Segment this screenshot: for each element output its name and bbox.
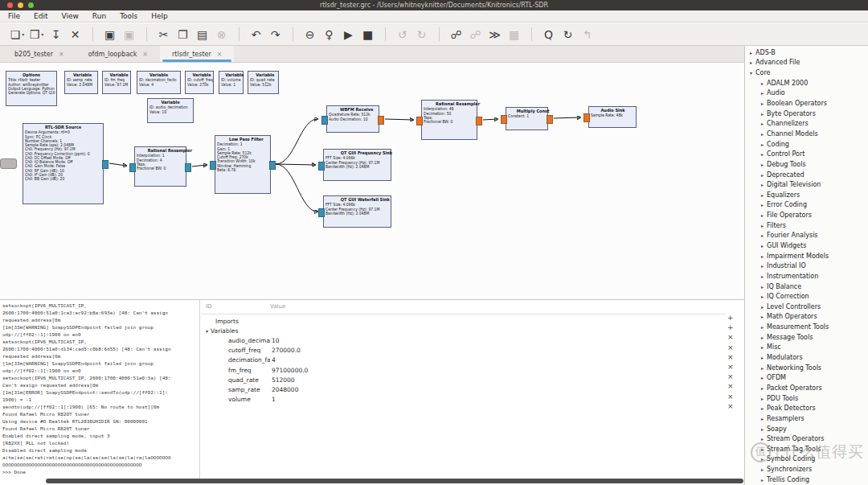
tab-close-icon[interactable]: ×	[142, 51, 148, 58]
remove-row-button[interactable]: ×	[727, 362, 734, 372]
new-flowgraph-button[interactable]: ❏	[8, 26, 27, 43]
block-tree-item[interactable]: OFDM	[745, 373, 868, 384]
flowgraph-tab[interactable]: rtlsdr_tester ×	[160, 46, 234, 62]
port-out-complex[interactable]	[102, 160, 108, 169]
block-tree-item[interactable]: Error Coding	[745, 200, 868, 211]
tab-close-icon[interactable]: ×	[217, 51, 223, 58]
block-variable-samp-rate[interactable]: Variable ID: samp_rateValue: 2.048M	[64, 71, 98, 94]
block-tree-item[interactable]: Math Operators	[745, 312, 868, 323]
block-tree-item[interactable]: Soapy	[745, 424, 868, 434]
block-tree-item[interactable]: Equalizers	[745, 190, 868, 200]
block-tree-item[interactable]: Level Controllers	[745, 302, 868, 312]
block-rational-resampler-2[interactable]: Rational Resampler Interpolation: 48Deci…	[421, 100, 477, 140]
block-tree-item[interactable]: Audio	[745, 88, 868, 99]
block-tree-item[interactable]: Channel Models	[745, 129, 868, 139]
block-multiply-const[interactable]: Multiply Const Constant: 1	[506, 107, 548, 130]
block-tree-item[interactable]: Synchronizers	[745, 464, 868, 475]
variable-value[interactable]: 1	[270, 396, 276, 403]
variable-value[interactable]: 10	[270, 337, 280, 344]
menu-item[interactable]: Run	[92, 12, 106, 20]
block-tree-item[interactable]: Control Port	[745, 149, 868, 159]
remove-row-button[interactable]: ×	[727, 332, 734, 342]
block-low-pass-filter[interactable]: Low Pass Filter Decimation: 1Gain: 1Samp…	[215, 135, 271, 194]
reload-blocks-button[interactable]: ↻	[559, 26, 577, 43]
block-qt-gui-frequency-sink[interactable]: QT GUI Frequency Sink FFT Size: 4.096kCe…	[323, 149, 391, 181]
block-variable-volume[interactable]: Variable ID: volumeValue: 1	[219, 71, 244, 94]
redo-button[interactable]: ↷	[266, 26, 285, 43]
block-tree-item[interactable]: Misc	[745, 343, 868, 353]
menu-item[interactable]: Help	[151, 12, 168, 20]
port-in-float[interactable]	[583, 113, 590, 122]
remove-row-button[interactable]: ×	[727, 372, 734, 381]
copy-button[interactable]: ❐	[174, 26, 192, 43]
variable-row[interactable]: decimation_fa 4	[201, 356, 726, 365]
block-tree-item[interactable]: Filters	[745, 220, 868, 231]
block-tree-item[interactable]: Channelizers	[745, 118, 868, 129]
block-tree-item[interactable]: Debug Tools	[745, 159, 868, 170]
port-out-complex[interactable]	[269, 161, 276, 170]
screen-capture-alt-button[interactable]: ▣	[120, 26, 138, 43]
remove-row-button[interactable]: ×	[727, 392, 734, 401]
cut-button[interactable]: ✂	[154, 26, 173, 43]
block-tree-item[interactable]: Instrumentation	[745, 271, 868, 282]
block-tree-item[interactable]: ADALM 2000	[745, 78, 868, 88]
toggle-hier-button[interactable]: ☍	[447, 26, 465, 43]
panel-divider[interactable]	[199, 300, 200, 479]
block-tree-item[interactable]: Digital Television	[745, 179, 868, 190]
remove-row-button[interactable]: ×	[727, 343, 734, 352]
block-tree-item[interactable]: Boolean Operators	[745, 98, 868, 109]
variable-row[interactable]: cutoff_freq 270000.0	[201, 346, 726, 356]
variables-group[interactable]: ▾ Variables	[201, 326, 726, 335]
block-tree-item[interactable]: Packet Operators	[745, 383, 868, 393]
port-out-float[interactable]	[547, 115, 553, 124]
console-log[interactable]: setsockopt(IPV6_MULTICAST_IP,2600:1700:4…	[2, 302, 198, 478]
flowgraph-canvas[interactable]: Options Title: rtlsdr_testerAuthor: whit…	[0, 63, 744, 299]
block-tree-item[interactable]: Deprecated	[745, 170, 868, 180]
port-in-complex[interactable]	[321, 116, 328, 125]
variable-row[interactable]: samp_rate 2048000	[201, 384, 726, 394]
flowgraph-tab[interactable]: b205_tester ×	[2, 46, 76, 62]
block-tree-item[interactable]: Advanced File	[745, 58, 868, 68]
block-variable-audio-decimation[interactable]: Variable ID: audio_decimationValue: 10	[147, 98, 194, 123]
variable-row[interactable]: fm_freq 97100000.0	[201, 365, 726, 375]
variable-value[interactable]: 4	[270, 356, 276, 364]
menu-item[interactable]: File	[8, 12, 20, 20]
menu-item[interactable]: View	[62, 12, 79, 20]
save-button[interactable]: ↧	[47, 26, 65, 43]
block-tree-item[interactable]: Peak Detectors	[745, 403, 868, 413]
block-tree-item[interactable]: Resamplers	[745, 413, 868, 424]
block-tree-item[interactable]: Symbol Coding	[745, 454, 868, 465]
variable-value[interactable]: 512000	[270, 376, 295, 384]
select-mode-button[interactable]: ↰	[578, 26, 596, 43]
block-audio-sink[interactable]: Audio Sink Sample Rate: 48k	[588, 106, 637, 128]
block-tree-item[interactable]: Networking Tools	[745, 363, 868, 373]
toggle-hier-alt-button[interactable]: ☍	[466, 26, 485, 43]
block-tree-item[interactable]: Industrial IO	[745, 261, 868, 271]
block-tree-item[interactable]: Byte Operators	[745, 109, 868, 119]
port-in-complex[interactable]	[210, 161, 216, 170]
block-variable-decimation-factor[interactable]: Variable ID: decimation_factoValue: 4	[137, 71, 181, 94]
rotate-cw-button[interactable]: ↻	[412, 26, 431, 43]
bypass-button[interactable]: ▦	[505, 26, 523, 43]
block-variable-quad-rate[interactable]: Variable ID: quad_rateValue: 512k	[248, 71, 279, 94]
port-out-complex[interactable]	[185, 163, 191, 172]
port-in-complex[interactable]	[318, 162, 325, 171]
block-variable-cutoff-freq[interactable]: Variable ID: cutoff_freqValue: 270k	[185, 71, 214, 94]
variable-value[interactable]: 2048000	[270, 386, 298, 393]
block-tree-item[interactable]: Trellis Coding	[745, 475, 868, 485]
rotate-ccw-button[interactable]: ↺	[393, 26, 411, 43]
variable-row[interactable]: quad_rate 512000	[201, 375, 726, 384]
block-rtl-sdr-source[interactable]: RTL-SDR Source Device Arguments: rtl=0Sy…	[23, 123, 104, 204]
port-in-float[interactable]	[501, 115, 507, 124]
menu-item[interactable]: Tools	[120, 12, 137, 20]
variable-value[interactable]: 97100000.0	[270, 367, 308, 374]
add-variable-button[interactable]: +	[727, 323, 734, 332]
menu-item[interactable]: Edit	[34, 12, 47, 20]
block-tree-item[interactable]: Coding	[745, 139, 868, 150]
port-out-float[interactable]	[378, 116, 384, 125]
generate-button[interactable]: ♀	[320, 26, 338, 43]
undo-button[interactable]: ↶	[247, 26, 265, 43]
block-tree-item[interactable]: Stream Operators	[745, 434, 868, 444]
block-tree-item[interactable]: IQ Correction	[745, 291, 868, 302]
close-button[interactable]: ✕	[66, 26, 84, 43]
